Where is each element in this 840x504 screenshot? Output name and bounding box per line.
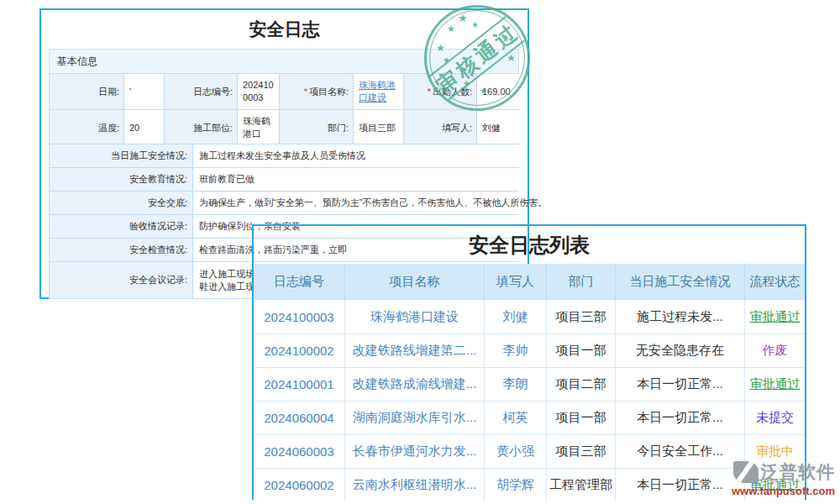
field-value-project-name: 珠海鹤港口建设 — [354, 74, 403, 109]
cell-writer: 柯英 — [484, 402, 546, 434]
cell-flow-status: 审批通过 — [744, 368, 805, 401]
required-marker: * — [428, 86, 431, 98]
cell-department: 工程管理部 — [546, 469, 615, 501]
column-header-department: 部门 — [546, 264, 615, 300]
detail-value-safety-situation[interactable]: 施工过程未发生安全事故及人员受伤情况 — [193, 144, 519, 167]
cell-flow-status: 审批中 — [744, 435, 805, 468]
cell-writer: 黄小强 — [484, 435, 546, 468]
cell-log-number[interactable]: 2024060002 — [254, 469, 344, 501]
cell-safety-situation: 本日一切正常... — [615, 402, 744, 434]
table-row[interactable]: 2024060003 长春市伊通河水力发... 黄小强 项目三部 今日安全工作.… — [254, 434, 805, 468]
detail-label-safety-inspection: 安全检查情况: — [50, 239, 192, 261]
list-header-row: 日志编号 项目名称 填写人 部门 当日施工安全情况 流程状态 — [254, 264, 805, 300]
field-label-date: 日期: — [50, 74, 123, 109]
project-name-link[interactable]: 珠海鹤港口建设 — [359, 79, 402, 104]
field-label-log-number: 日志编号: — [165, 74, 237, 109]
table-row[interactable]: 2024100003 珠海鹤港口建设 刘健 项目三部 施工过程未发... 审批通… — [254, 300, 805, 333]
field-label-attendance: *出勤人数: — [404, 74, 476, 109]
detail-value-safety-disclosure[interactable]: 为确保生产，做到“安全第一、预防为主”不伤害自己，不伤害他人、不被他人所伤害。 — [193, 192, 519, 214]
field-value-attendance[interactable]: 169.00 — [477, 74, 519, 109]
cell-writer: 李朗 — [484, 368, 546, 401]
cell-writer: 胡学辉 — [484, 469, 546, 501]
cell-project-name[interactable]: 珠海鹤港口建设 — [344, 300, 484, 333]
section-header-basic-info: 基本信息 — [49, 49, 519, 74]
field-label-construction-part: 施工部位: — [165, 110, 237, 145]
cell-safety-situation: 本日一切正常... — [615, 469, 744, 501]
form-title: 安全日志 — [41, 10, 528, 49]
field-label-writer: 填写人: — [404, 110, 476, 145]
cell-writer: 李帅 — [484, 334, 546, 367]
cell-department: 项目三部 — [546, 435, 615, 468]
cell-safety-situation: 本日一切正常... — [615, 368, 744, 401]
field-value-date[interactable]: ' — [124, 74, 164, 109]
detail-label-safety-situation: 当日施工安全情况: — [50, 144, 192, 167]
cell-project-name[interactable]: 湖南洞庭湖水库引水... — [344, 402, 484, 434]
field-label-temperature: 温度: — [50, 110, 123, 145]
page: 安全日志 基本信息 日期: ' 日志编号: 2024100003 *项目名称: … — [0, 0, 840, 504]
field-value-log-number: 2024100003 — [238, 74, 279, 109]
table-row[interactable]: 2024100001 改建铁路成渝线增建... 李朗 项目二部 本日一切正常..… — [254, 367, 805, 401]
field-value-temperature[interactable]: 20 — [124, 110, 164, 145]
cell-flow-status: 未提交 — [744, 402, 805, 434]
cell-department: 项目一部 — [546, 402, 615, 434]
required-marker: * — [304, 86, 307, 98]
cell-safety-situation: 今日安全工作... — [615, 435, 744, 468]
column-header-log-number: 日志编号 — [254, 264, 344, 300]
column-header-flow-status: 流程状态 — [744, 264, 805, 300]
cell-project-name[interactable]: 云南水利枢纽潜明水... — [344, 469, 484, 501]
cell-flow-status: 审批通过 — [744, 469, 805, 501]
column-header-project-name: 项目名称 — [344, 264, 484, 300]
cell-project-name[interactable]: 改建铁路成渝线增建... — [344, 368, 484, 401]
cell-log-number[interactable]: 2024100001 — [254, 368, 344, 401]
detail-value-safety-education[interactable]: 班前教育已做 — [193, 168, 519, 191]
cell-writer: 刘健 — [484, 300, 546, 333]
cell-log-number[interactable]: 2024100003 — [254, 300, 344, 333]
cell-log-number[interactable]: 2024100002 — [254, 334, 344, 367]
cell-safety-situation: 施工过程未发... — [615, 300, 744, 333]
detail-label-safety-disclosure: 安全交底: — [50, 192, 192, 214]
cell-project-name[interactable]: 长春市伊通河水力发... — [344, 435, 484, 468]
list-title: 安全日志列表 — [254, 226, 805, 264]
field-label-project-name: *项目名称: — [280, 74, 353, 109]
table-row[interactable]: 2024060002 云南水利枢纽潜明水... 胡学辉 工程管理部 本日一切正常… — [254, 468, 805, 501]
field-value-writer: 刘健 — [477, 110, 519, 145]
column-header-writer: 填写人 — [484, 264, 546, 300]
cell-log-number[interactable]: 2024060004 — [254, 402, 344, 434]
cell-flow-status: 作废 — [744, 334, 805, 367]
safety-log-list-panel: 安全日志列表 日志编号 项目名称 填写人 部门 当日施工安全情况 流程状态 20… — [252, 224, 806, 500]
cell-department: 项目二部 — [546, 368, 615, 401]
cell-department: 项目一部 — [546, 334, 615, 367]
basic-info-grid: 日期: ' 日志编号: 2024100003 *项目名称: 珠海鹤港口建设 *出… — [49, 73, 519, 146]
cell-project-name[interactable]: 改建铁路线增建第二... — [344, 334, 484, 367]
detail-label-acceptance-record: 验收情况记录: — [50, 215, 192, 238]
cell-safety-situation: 无安全隐患存在 — [615, 334, 744, 367]
field-label-department: 部门: — [280, 110, 353, 145]
column-header-safety-situation: 当日施工安全情况 — [615, 264, 744, 300]
cell-log-number[interactable]: 2024060003 — [254, 435, 344, 468]
table-row[interactable]: 2024100002 改建铁路线增建第二... 李帅 项目一部 无安全隐患存在 … — [254, 333, 805, 367]
table-row[interactable]: 2024060004 湖南洞庭湖水库引水... 柯英 项目一部 本日一切正常..… — [254, 401, 805, 434]
cell-flow-status: 审批通过 — [744, 300, 805, 333]
field-value-construction-part[interactable]: 珠海鹤港口 — [238, 110, 279, 145]
field-value-department[interactable]: 项目三部 — [354, 110, 403, 145]
detail-label-safety-education: 安全教育情况: — [50, 168, 192, 191]
list-body: 2024100003 珠海鹤港口建设 刘健 项目三部 施工过程未发... 审批通… — [254, 300, 805, 501]
cell-department: 项目三部 — [546, 300, 615, 333]
detail-label-safety-meeting: 安全会议记录: — [50, 262, 192, 298]
